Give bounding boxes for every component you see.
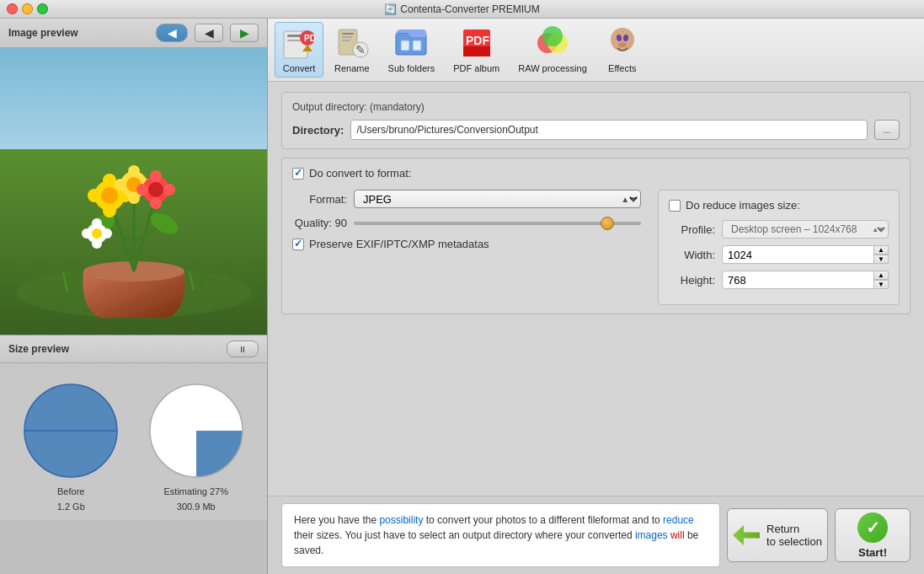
- width-input[interactable]: [722, 245, 889, 264]
- svg-point-34: [82, 228, 92, 239]
- convert-inner: Format: JPEG PNG TIFF BMP GIF ▲▼: [292, 190, 900, 305]
- toolbar-effects[interactable]: Effects: [598, 22, 647, 78]
- height-input-wrapper: ▲ ▼: [722, 271, 889, 289]
- height-increment[interactable]: ▲: [873, 271, 889, 280]
- format-select-wrapper: JPEG PNG TIFF BMP GIF ▲▼: [354, 190, 641, 208]
- convert-format-checkbox[interactable]: [292, 168, 304, 180]
- after-pie-chart: [146, 380, 247, 481]
- profile-select[interactable]: Desktop screen – 1024x768 Mobile – 640x4…: [722, 220, 889, 239]
- toolbar-convert[interactable]: PDF Convert: [275, 22, 323, 78]
- profile-row: Profile: Desktop screen – 1024x768 Mobil…: [669, 220, 889, 239]
- svg-text:PDF: PDF: [466, 34, 489, 47]
- info-box: Here you have the possibility to convert…: [281, 503, 720, 567]
- nav-prev-blue-button[interactable]: ◀: [156, 24, 188, 42]
- app-title: 🔄 Contenta-Converter PREMIUM: [384, 3, 539, 15]
- start-checkmark-icon: ✓: [857, 512, 888, 543]
- svg-point-22: [115, 179, 126, 190]
- convert-left: Format: JPEG PNG TIFF BMP GIF ▲▼: [292, 190, 641, 305]
- reduce-section: Do reduce images size: Profile: Desktop …: [658, 190, 900, 305]
- after-value: 300.9 Mb: [177, 502, 216, 512]
- svg-point-28: [136, 184, 148, 196]
- width-decrement[interactable]: ▼: [873, 255, 889, 264]
- svg-point-68: [618, 42, 627, 47]
- width-increment[interactable]: ▲: [873, 245, 889, 255]
- subfolders-label: Sub folders: [388, 63, 435, 73]
- nav-left-icon: ◀: [168, 26, 177, 40]
- bottom-area: Here you have the possibility to convert…: [268, 496, 924, 574]
- directory-input[interactable]: [350, 120, 868, 140]
- toolbar-pdfalbum[interactable]: PDF PDF album: [446, 22, 507, 78]
- svg-point-33: [92, 239, 102, 249]
- svg-point-13: [101, 187, 118, 204]
- svg-point-21: [128, 192, 140, 204]
- reduce-size-checkbox[interactable]: [669, 200, 681, 212]
- toolbar-rename[interactable]: ✎ Rename: [327, 22, 377, 78]
- window-controls: [7, 3, 48, 14]
- image-preview-label: Image preview: [8, 27, 149, 39]
- nav-prev-button[interactable]: ◀: [195, 24, 223, 42]
- quality-slider[interactable]: [354, 222, 641, 225]
- convert-label: Convert: [283, 63, 316, 73]
- svg-rect-0: [0, 48, 267, 158]
- height-label: Height:: [669, 274, 715, 287]
- svg-rect-57: [401, 40, 409, 51]
- arrow-left-icon: ◀: [205, 26, 214, 40]
- quality-label: Quality: 90: [292, 217, 347, 229]
- arrow-right-icon: ▶: [240, 26, 249, 40]
- height-row: Height: ▲ ▼: [669, 271, 889, 289]
- image-preview-area: [0, 48, 267, 335]
- width-input-wrapper: ▲ ▼: [722, 245, 889, 264]
- convert-checkbox-row: Do convert to format:: [292, 167, 900, 180]
- toolbar-rawprocessing[interactable]: RAW processing: [510, 22, 595, 78]
- svg-point-32: [92, 218, 102, 228]
- return-label: Return to selection: [766, 523, 822, 548]
- svg-rect-58: [413, 40, 421, 51]
- pause-button[interactable]: ⏸: [227, 341, 259, 357]
- charts-area: Before 1.2 Gb Estimating 27% 300.9 Mb: [0, 363, 267, 520]
- rename-icon: ✎: [335, 26, 369, 60]
- width-row: Width: ▲ ▼: [669, 245, 889, 264]
- browse-button[interactable]: ...: [874, 120, 900, 140]
- start-button[interactable]: ✓ Start!: [835, 508, 911, 562]
- before-label: Before: [57, 486, 84, 496]
- format-select[interactable]: JPEG PNG TIFF BMP GIF: [354, 190, 641, 208]
- toolbar-subfolders[interactable]: Sub folders: [381, 22, 443, 78]
- effects-label: Effects: [608, 63, 636, 73]
- maximize-button[interactable]: [37, 3, 48, 14]
- flower-scene-svg: [0, 48, 267, 335]
- preserve-metadata-checkbox[interactable]: [292, 239, 304, 250]
- left-panel: Image preview ◀ ◀ ▶: [0, 19, 268, 574]
- after-label: Estimating 27%: [164, 486, 228, 496]
- svg-point-65: [611, 28, 634, 51]
- size-preview-label: Size preview: [8, 343, 69, 355]
- effects-icon: [606, 26, 639, 60]
- svg-rect-47: [287, 40, 301, 41]
- svg-point-31: [92, 228, 102, 239]
- format-label: Format:: [292, 193, 347, 206]
- convert-format-section: Do convert to format: Format: JPEG PNG T…: [281, 158, 911, 314]
- svg-text:PDF: PDF: [304, 34, 316, 43]
- height-input[interactable]: [722, 271, 889, 289]
- action-buttons: Return to selection ✓ Start!: [727, 503, 911, 567]
- directory-label: Directory:: [292, 124, 344, 137]
- svg-point-26: [150, 170, 162, 182]
- before-pie-chart: [20, 380, 121, 481]
- svg-point-64: [542, 26, 563, 46]
- nav-next-button[interactable]: ▶: [230, 24, 259, 42]
- rename-label: Rename: [334, 63, 370, 73]
- height-decrement[interactable]: ▼: [873, 280, 889, 289]
- return-to-selection-button[interactable]: Return to selection: [727, 508, 828, 562]
- minimize-button[interactable]: [22, 3, 33, 14]
- right-panel: PDF Convert ✎: [268, 19, 924, 574]
- svg-point-35: [102, 228, 112, 239]
- reduce-header: Do reduce images size:: [669, 199, 889, 212]
- title-bar: 🔄 Contenta-Converter PREMIUM: [0, 0, 924, 19]
- info-reduce: reduce: [663, 514, 694, 526]
- main-layout: Image preview ◀ ◀ ▶: [0, 19, 924, 574]
- pdfalbum-label: PDF album: [453, 63, 499, 73]
- before-value: 1.2 Gb: [57, 502, 85, 512]
- svg-rect-61: [463, 46, 490, 56]
- svg-rect-51: [342, 33, 354, 35]
- profile-select-wrapper: Desktop screen – 1024x768 Mobile – 640x4…: [722, 220, 889, 239]
- close-button[interactable]: [7, 3, 18, 14]
